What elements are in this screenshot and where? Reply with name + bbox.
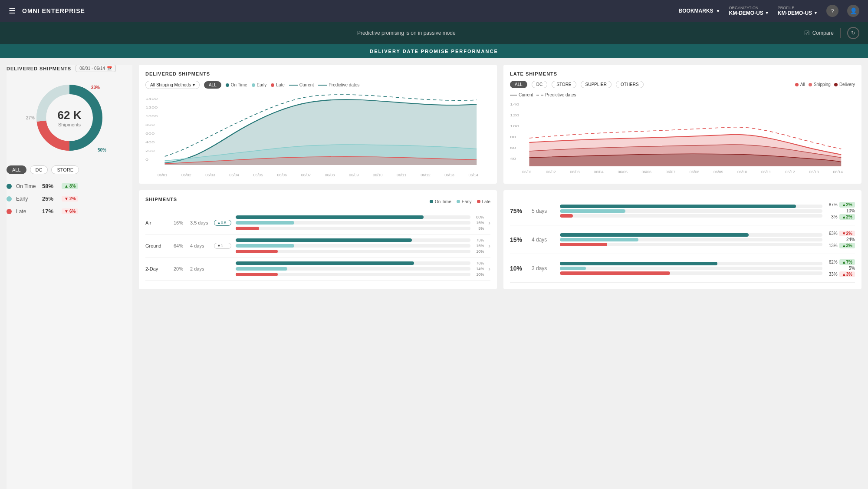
bar-2day-ontime: 76%	[236, 261, 484, 265]
shipping-method-dropdown[interactable]: All Shipping Methods ▾	[145, 81, 200, 89]
svg-text:80: 80	[510, 135, 516, 139]
refresh-button[interactable]: ↻	[847, 27, 859, 39]
shipments-legend: On Time Early Late	[430, 199, 490, 204]
late-tab-dc[interactable]: DC	[532, 81, 547, 88]
sc3-badge1: ▲7%	[839, 259, 855, 265]
sl-early-dot	[457, 200, 460, 203]
bar-ground-late: 10%	[236, 249, 484, 254]
sc1-bar-late-fill	[560, 214, 573, 218]
late-label: Late	[16, 208, 38, 215]
bar-ground-early-track	[236, 244, 470, 248]
late-tab-all[interactable]: ALL	[510, 81, 527, 88]
nav-right: BOOKMARKS ▼ ORGANIZATION KM-DEMO-US ▼ PR…	[679, 5, 859, 17]
svg-text:1400: 1400	[145, 96, 158, 100]
bar-2day-ontime-fill	[236, 261, 414, 265]
sc3-bar-late-fill	[560, 271, 670, 275]
sc1-vals: 87% ▲2% 10% 3% ▲2%	[829, 202, 855, 220]
tab-store[interactable]: STORE	[51, 165, 79, 174]
ontime-badge: ▲ 8%	[62, 183, 78, 189]
svg-text:60: 60	[510, 145, 516, 149]
tab-all[interactable]: ALL	[7, 165, 26, 174]
stats-list: On Time 58% ▲ 8% Early 25% ▼ 2% Late 1	[7, 183, 132, 215]
compare-button[interactable]: ☑ Compare	[804, 30, 834, 36]
profile-value-container[interactable]: KM-DEMO-US ▼	[778, 10, 818, 16]
ontime-arrow: ▲	[64, 184, 69, 188]
pct-ground: 64%	[174, 243, 186, 248]
early-badge: ▼ 2%	[62, 196, 78, 202]
days-air: 3.5 days	[190, 220, 210, 225]
early-label: Early	[16, 196, 38, 202]
legend-current: Current	[289, 83, 314, 87]
user-icon[interactable]: 👤	[847, 5, 859, 17]
tab-dc[interactable]: DC	[30, 165, 48, 174]
late-shipments-chart: LATE SHIPMENTS ALL DC STORE SUPPLIER OTH…	[503, 65, 861, 184]
legend-predictive2: Predictive dates	[536, 93, 576, 97]
sc2-share: 15%	[510, 236, 525, 243]
delivered-tab-all[interactable]: ALL	[204, 81, 221, 89]
sc3-bar-late-track	[560, 271, 822, 275]
shipments-title: SHIPMENTS	[145, 197, 177, 202]
bar-2day-ontime-pct: 76%	[473, 261, 484, 265]
charts-row: DELIVERED SHIPMENTS All Shipping Methods…	[139, 65, 861, 184]
bookmarks-menu[interactable]: BOOKMARKS ▼	[679, 8, 720, 14]
date-range-badge: 06/01 - 06/14 📅	[76, 65, 116, 72]
sc1-val3-num: 3%	[831, 215, 837, 219]
sl-late: Late	[477, 199, 490, 204]
sl-ontime-dot	[430, 200, 433, 203]
donut-pct-unknown: 27%	[26, 116, 35, 120]
2day-arrow[interactable]: ›	[488, 265, 490, 272]
calendar-icon: 📅	[107, 66, 112, 71]
org-value-container[interactable]: KM-DEMO-US ▼	[729, 10, 769, 16]
ground-arrow[interactable]: ›	[488, 242, 490, 249]
sc2-days: 4 days	[532, 237, 553, 243]
shipments-section: SHIPMENTS On Time Early Late	[139, 190, 497, 289]
sc2-bar-late	[560, 243, 822, 246]
bar-2day-early-pct: 14%	[473, 267, 484, 271]
late-arrow: ▼	[64, 209, 69, 214]
sc1-bar-late	[560, 214, 822, 218]
sc1-days: 5 days	[532, 208, 553, 214]
late-tab-store[interactable]: STORE	[552, 81, 576, 88]
bars-ground: 75% 15% 10%	[236, 238, 484, 254]
air-arrow[interactable]: ›	[488, 219, 490, 226]
bar-2day-late-fill	[236, 273, 278, 276]
svg-text:1200: 1200	[145, 105, 158, 109]
shipment-row-2day: 2-Day 20% 2 days 76%	[145, 258, 490, 281]
help-icon[interactable]: ?	[826, 5, 838, 17]
bar-ground-late-pct: 10%	[473, 249, 484, 254]
sc1-bar-ontime-track	[560, 205, 822, 208]
menu-icon[interactable]: ☰	[9, 6, 16, 16]
bar-air-early-pct: 15%	[473, 221, 484, 225]
bar-air-ontime: 80%	[236, 215, 484, 219]
ontime-label: On Time	[16, 183, 38, 189]
stat-card-1: 75% 5 days	[510, 197, 855, 225]
days-2day: 2 days	[190, 266, 210, 271]
legend-early-dot	[252, 83, 255, 87]
profile-chevron: ▼	[814, 11, 818, 15]
donut-center: 62 K Shipments	[58, 109, 82, 127]
delivered-chart-controls: All Shipping Methods ▾ ALL On Time Early	[145, 81, 490, 89]
legend-shipping-dot	[809, 83, 812, 86]
shipments-header: SHIPMENTS On Time Early Late	[145, 197, 490, 206]
org-value: KM-DEMO-US	[729, 10, 763, 16]
sc3-bar-ontime-track	[560, 262, 822, 265]
app-brand: OMNI ENTERPRISE	[22, 7, 679, 14]
banner-message: Predictive promising is on in passive mo…	[9, 30, 804, 36]
delivered-x-axis: 06/0106/0206/0306/0406/05 06/0606/0706/0…	[145, 173, 490, 177]
delivered-title: DELIVERED SHIPMENTS	[7, 66, 71, 71]
method-2day: 2-Day	[145, 266, 169, 271]
sc2-val3-num: 13%	[829, 243, 838, 248]
late-tab-others[interactable]: OTHERS	[616, 81, 644, 88]
bar-ground-early-pct: 15%	[473, 244, 484, 248]
bottom-section: SHIPMENTS On Time Early Late	[139, 190, 861, 289]
org-label: ORGANIZATION	[729, 6, 759, 10]
svg-text:200: 200	[145, 149, 155, 152]
bar-ground-ontime-track	[236, 238, 470, 242]
svg-text:120: 120	[510, 113, 519, 117]
stat-late: Late 17% ▼ 6%	[7, 208, 132, 215]
late-tab-supplier[interactable]: SUPPLIER	[581, 81, 612, 88]
sc1-bar-early-track	[560, 209, 822, 213]
sc3-bar-ontime	[560, 262, 822, 265]
bar-2day-late-track	[236, 273, 470, 276]
sc3-val1: 62% ▲7%	[829, 259, 855, 265]
